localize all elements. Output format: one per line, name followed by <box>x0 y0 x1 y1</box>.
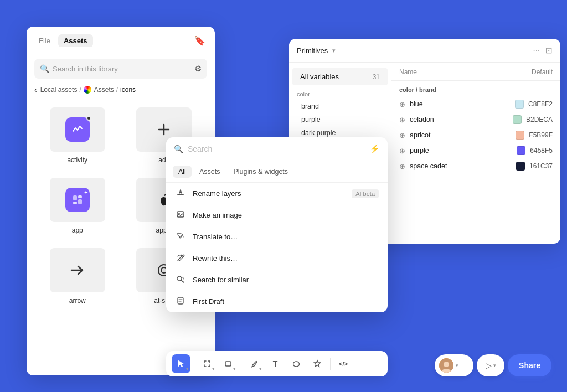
var-swatch-apricot <box>516 131 524 140</box>
variables-right: Name Default color / brand ⊕ blue C8E8F2… <box>391 63 560 244</box>
col-name-header: Name <box>399 68 532 76</box>
share-button[interactable]: Share <box>508 354 551 376</box>
cp-search-bar: 🔍 ⚡ <box>166 137 388 161</box>
frame-chevron: ▾ <box>212 366 215 372</box>
var-row-celadon[interactable]: ⊕ celadon B2DECA <box>391 112 560 127</box>
cp-search-input[interactable] <box>188 145 365 153</box>
play-icon: ▷ <box>486 361 492 370</box>
breadcrumb-local-assets[interactable]: Local assets <box>40 86 78 94</box>
rainbow-icon <box>84 86 91 94</box>
primitives-label[interactable]: Primitives <box>297 47 328 55</box>
cp-item-rename[interactable]: Rename layers AI beta <box>166 183 388 204</box>
tool-code[interactable]: </> <box>334 354 353 373</box>
draft-icon <box>175 296 186 307</box>
cp-tab-plugins[interactable]: Plugins & widgets <box>228 166 293 178</box>
tool-select[interactable]: ▾ <box>172 354 190 373</box>
tab-assets[interactable]: Assets <box>58 34 93 47</box>
panel-layout-icon[interactable]: ⊡ <box>545 45 553 55</box>
more-options-icon[interactable]: ··· <box>533 45 540 55</box>
tool-ai[interactable] <box>308 354 327 373</box>
share-bar: ▾ ▷ ▾ Share <box>435 354 551 376</box>
rename-icon <box>175 188 186 199</box>
cp-item-rewrite[interactable]: Rewrite this… <box>166 247 388 269</box>
var-row-blue[interactable]: ⊕ blue C8E8F2 <box>391 96 560 112</box>
cp-tabs: All Assets Plugins & widgets <box>166 161 388 183</box>
icon-box-arrow <box>50 248 105 292</box>
cp-ai-icon[interactable]: ⚡ <box>369 144 380 154</box>
var-hex-celadon: B2DECA <box>526 116 553 123</box>
avatar <box>439 358 453 373</box>
globe-icon-celadon: ⊕ <box>399 116 405 124</box>
activity-dot <box>86 116 91 121</box>
cp-tab-all[interactable]: All <box>173 166 192 178</box>
svg-rect-0 <box>73 195 77 200</box>
cp-item-translate[interactable]: Translate to… <box>166 226 388 247</box>
var-name-purple: purple <box>410 147 512 154</box>
cp-item-label-rename: Rename layers <box>193 189 345 198</box>
cp-item-label-image: Make an image <box>193 211 379 219</box>
svg-point-8 <box>177 276 182 281</box>
tool-ellipse[interactable] <box>287 354 306 373</box>
pen-chevron: ▾ <box>259 366 262 372</box>
breadcrumb-sep2: / <box>116 86 118 94</box>
panel-header: File Assets 🔖 <box>27 27 215 53</box>
activity-icon <box>65 117 90 142</box>
var-item-purple[interactable]: purple <box>289 113 391 126</box>
back-button[interactable]: ‹ <box>34 85 37 94</box>
svg-rect-5 <box>177 194 184 195</box>
breadcrumb-icons[interactable]: icons <box>120 86 136 94</box>
var-hex-apricot: F5B99F <box>529 131 553 139</box>
breadcrumb-assets[interactable]: Assets <box>84 86 114 94</box>
filter-icon[interactable]: ⚙ <box>194 64 202 74</box>
tool-pen[interactable]: ▾ <box>245 354 264 373</box>
var-row-apricot[interactable]: ⊕ apricot F5B99F <box>391 127 560 143</box>
select-chevron: ▾ <box>186 366 189 372</box>
cp-item-image[interactable]: Make an image <box>166 204 388 226</box>
cp-item-label-rewrite: Rewrite this… <box>193 254 379 262</box>
tool-text[interactable]: T <box>266 354 285 373</box>
tab-file[interactable]: File <box>35 35 54 46</box>
var-name-celadon: celadon <box>410 116 508 123</box>
svg-rect-2 <box>73 202 77 204</box>
var-row-space-cadet[interactable]: ⊕ space cadet 161C37 <box>391 158 560 174</box>
var-group-title: color / brand <box>391 81 560 96</box>
var-hex-purple: 6458F5 <box>530 147 553 154</box>
search-input[interactable] <box>53 65 191 73</box>
all-variables-row[interactable]: All variables 31 <box>292 68 388 85</box>
svg-point-7 <box>178 213 179 214</box>
var-name-apricot: apricot <box>410 131 511 139</box>
similar-icon <box>175 275 186 285</box>
cp-tab-assets[interactable]: Assets <box>194 166 226 178</box>
globe-icon-apricot: ⊕ <box>399 131 405 140</box>
icon-box-app: ✦ <box>50 178 105 222</box>
search-bar: 🔍 ⚙ <box>34 59 207 79</box>
globe-icon-space-cadet: ⊕ <box>399 162 405 171</box>
var-item-brand[interactable]: brand <box>289 100 391 113</box>
variables-header: Primitives ▾ ··· ⊡ <box>289 39 560 63</box>
play-button[interactable]: ▷ ▾ <box>477 354 504 376</box>
var-group-label-color: color <box>289 85 391 100</box>
svg-rect-3 <box>78 199 82 204</box>
bookmark-icon[interactable]: 🔖 <box>194 35 206 47</box>
svg-point-11 <box>293 362 300 367</box>
text-icon: T <box>273 359 278 368</box>
tool-rectangle[interactable]: ▾ <box>219 354 238 373</box>
var-swatch-celadon <box>513 115 522 124</box>
tool-frame[interactable]: ▾ <box>198 354 217 373</box>
cp-item-draft[interactable]: First Draft <box>166 291 388 312</box>
all-variables-label: All variables <box>300 73 339 81</box>
toolbar-sep-3 <box>330 358 331 370</box>
cp-item-label-translate: Translate to… <box>193 233 379 241</box>
var-hex-space-cadet: 161C37 <box>529 162 553 170</box>
svg-rect-9 <box>178 297 183 304</box>
icon-tile-arrow[interactable]: arrow <box>34 240 121 310</box>
chevron-down-icon[interactable]: ▾ <box>332 47 336 54</box>
icon-tile-activity[interactable]: activity <box>34 100 121 169</box>
var-name-space-cadet: space cadet <box>410 162 512 170</box>
all-variables-count: 31 <box>373 73 380 81</box>
var-row-purple[interactable]: ⊕ purple 6458F5 <box>391 143 560 158</box>
icon-tile-app[interactable]: ✦ app <box>34 170 121 240</box>
avatar-button[interactable]: ▾ <box>435 354 473 376</box>
cp-item-similar[interactable]: Search for similar <box>166 269 388 291</box>
globe-icon-blue: ⊕ <box>399 100 405 109</box>
